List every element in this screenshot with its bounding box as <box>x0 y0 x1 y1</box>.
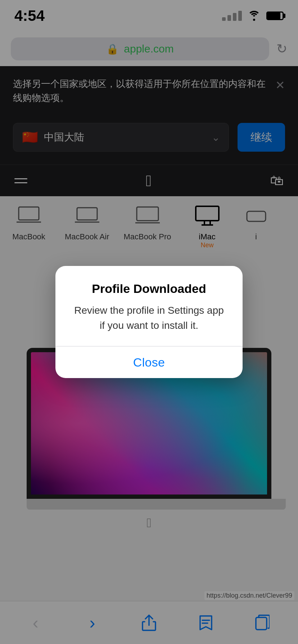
modal-message: Review the profile in Settings app if yo… <box>71 303 227 333</box>
modal-title: Profile Downloaded <box>71 282 227 296</box>
modal-dialog: Profile Downloaded Review the profile in… <box>55 266 243 378</box>
modal-close-button[interactable]: Close <box>55 346 243 378</box>
modal-body: Profile Downloaded Review the profile in… <box>55 266 243 346</box>
modal-overlay: Profile Downloaded Review the profile in… <box>0 0 298 644</box>
